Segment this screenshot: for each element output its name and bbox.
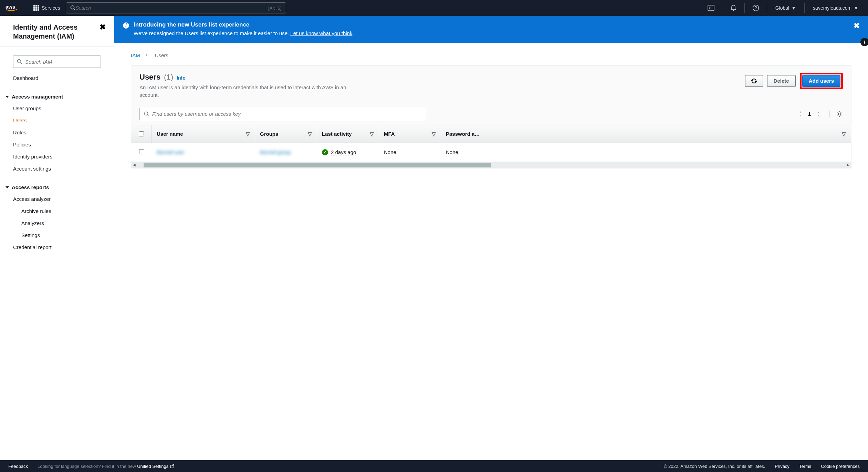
- sort-icon[interactable]: ▽: [308, 131, 312, 137]
- sidebar-item-identity-providers[interactable]: Identity providers: [0, 151, 114, 163]
- banner-feedback-link[interactable]: Let us know what you think: [290, 30, 352, 36]
- topnav-right: ? Global ▼ savemyleads.com ▼: [704, 3, 862, 13]
- sidebar-item-access-analyzer[interactable]: Access analyzer: [0, 193, 114, 205]
- cloudshell-button[interactable]: [704, 5, 718, 11]
- aws-logo[interactable]: aws: [6, 4, 19, 12]
- sidebar-item-settings[interactable]: Settings: [0, 229, 114, 241]
- aws-logo-icon: aws: [6, 4, 19, 12]
- main-content: i Introducing the new Users list experie…: [114, 16, 868, 460]
- horizontal-scrollbar[interactable]: ◀ ▶: [131, 162, 851, 168]
- grid-icon: [33, 5, 39, 11]
- column-username[interactable]: User name▽: [152, 125, 255, 143]
- sort-icon[interactable]: ▽: [432, 131, 436, 137]
- sidebar-section-access-reports[interactable]: Access reports: [0, 181, 114, 193]
- search-icon: [17, 59, 22, 64]
- row-select[interactable]: [131, 143, 152, 162]
- svg-text:?: ?: [754, 6, 757, 10]
- panel-count: (1): [164, 73, 173, 82]
- svg-point-1: [71, 6, 74, 9]
- sidebar-item-account-settings[interactable]: Account settings: [0, 163, 114, 175]
- info-banner: i Introducing the new Users list experie…: [114, 16, 868, 43]
- page-number: 1: [808, 111, 811, 117]
- help-button[interactable]: ?: [749, 4, 763, 11]
- scroll-right-icon[interactable]: ▶: [845, 163, 851, 167]
- cell-username[interactable]: blurred user: [152, 143, 255, 162]
- notifications-button[interactable]: [726, 4, 740, 11]
- prev-page-button[interactable]: 〈: [796, 110, 802, 118]
- scroll-thumb[interactable]: [144, 163, 491, 167]
- svg-point-7: [18, 60, 21, 63]
- svg-point-13: [838, 113, 840, 115]
- next-page-button[interactable]: 〉: [817, 110, 823, 118]
- sidebar: Identity and Access Management (IAM) ✖ D…: [0, 16, 114, 460]
- gear-icon: [836, 111, 843, 117]
- panel-title: Users: [139, 73, 160, 82]
- banner-close-button[interactable]: ✖: [854, 21, 860, 30]
- delete-button[interactable]: Delete: [767, 75, 796, 87]
- table-settings-button[interactable]: [829, 111, 843, 117]
- row-checkbox[interactable]: [139, 149, 144, 154]
- breadcrumb-current: Users: [155, 52, 168, 58]
- sidebar-header: Identity and Access Management (IAM) ✖: [0, 16, 114, 47]
- table-header: User name▽ Groups▽ Last activity▽ MFA▽ P…: [131, 125, 851, 143]
- breadcrumb: IAM 〉 Users: [114, 43, 868, 65]
- column-mfa[interactable]: MFA▽: [379, 125, 441, 143]
- banner-title: Introducing the new Users list experienc…: [134, 21, 849, 28]
- table-search-input[interactable]: [152, 111, 421, 117]
- cloudshell-icon: [708, 5, 714, 11]
- sidebar-item-analyzers[interactable]: Analyzers: [0, 217, 114, 229]
- cell-groups: blurred group: [255, 143, 317, 162]
- sidebar-item-archive-rules[interactable]: Archive rules: [0, 205, 114, 217]
- info-link[interactable]: Info: [177, 75, 186, 81]
- divider: [744, 3, 745, 13]
- sidebar-search-wrap: [0, 47, 114, 72]
- add-users-button[interactable]: Add users: [802, 75, 840, 87]
- select-all-header[interactable]: [131, 125, 152, 143]
- refresh-button[interactable]: [745, 75, 763, 87]
- sidebar-item-dashboard[interactable]: Dashboard: [0, 72, 114, 84]
- users-panel: Users (1) Info An IAM user is an identit…: [131, 65, 851, 168]
- search-input[interactable]: [76, 5, 268, 11]
- caret-down-icon: ▼: [854, 5, 858, 11]
- scroll-left-icon[interactable]: ◀: [131, 163, 137, 167]
- top-navigation: aws Services [Alt+S] ? Global ▼ sa: [0, 0, 868, 16]
- chevron-right-icon: 〉: [145, 52, 150, 59]
- breadcrumb-iam[interactable]: IAM: [131, 52, 140, 58]
- column-last-activity[interactable]: Last activity▽: [317, 125, 379, 143]
- divider: [29, 3, 29, 13]
- close-sidebar-button[interactable]: ✖: [100, 23, 106, 32]
- sort-icon[interactable]: ▽: [370, 131, 374, 137]
- pagination: 〈 1 〉: [796, 110, 843, 118]
- refresh-icon: [751, 78, 757, 84]
- users-table: User name▽ Groups▽ Last activity▽ MFA▽ P…: [131, 125, 851, 162]
- sidebar-item-user-groups[interactable]: User groups: [0, 102, 114, 114]
- sidebar-item-roles[interactable]: Roles: [0, 126, 114, 138]
- cell-mfa: None: [379, 143, 441, 162]
- column-groups[interactable]: Groups▽: [255, 125, 317, 143]
- sidebar-title: Identity and Access Management (IAM): [13, 23, 100, 41]
- sort-icon[interactable]: ▽: [842, 131, 846, 137]
- cell-password: None: [441, 143, 851, 162]
- sidebar-item-policies[interactable]: Policies: [0, 138, 114, 151]
- side-info-button[interactable]: i: [860, 38, 868, 46]
- sidebar-section-access-management[interactable]: Access management: [0, 90, 114, 102]
- column-password[interactable]: Password a…▽: [441, 125, 851, 143]
- select-all-checkbox[interactable]: [139, 131, 144, 136]
- region-selector[interactable]: Global ▼: [771, 5, 800, 11]
- panel-actions: Delete Add users: [745, 73, 843, 89]
- table-search[interactable]: [139, 108, 425, 120]
- services-button[interactable]: Services: [33, 5, 60, 11]
- global-search[interactable]: [Alt+S]: [66, 2, 286, 13]
- help-icon: ?: [752, 4, 759, 11]
- sidebar-item-credential-report[interactable]: Credential report: [0, 241, 114, 253]
- sidebar-search-input[interactable]: [25, 59, 97, 65]
- add-users-highlight: Add users: [800, 73, 843, 89]
- table-row: blurred user blurred group ✓ 2 days ago …: [131, 143, 851, 162]
- sidebar-search[interactable]: [13, 55, 101, 68]
- search-icon: [70, 5, 76, 11]
- sidebar-item-users[interactable]: Users: [0, 114, 114, 126]
- panel-header: Users (1) Info An IAM user is an identit…: [131, 66, 851, 103]
- svg-line-12: [148, 115, 149, 116]
- account-selector[interactable]: savemyleads.com ▼: [809, 5, 862, 11]
- sort-icon[interactable]: ▽: [246, 131, 250, 137]
